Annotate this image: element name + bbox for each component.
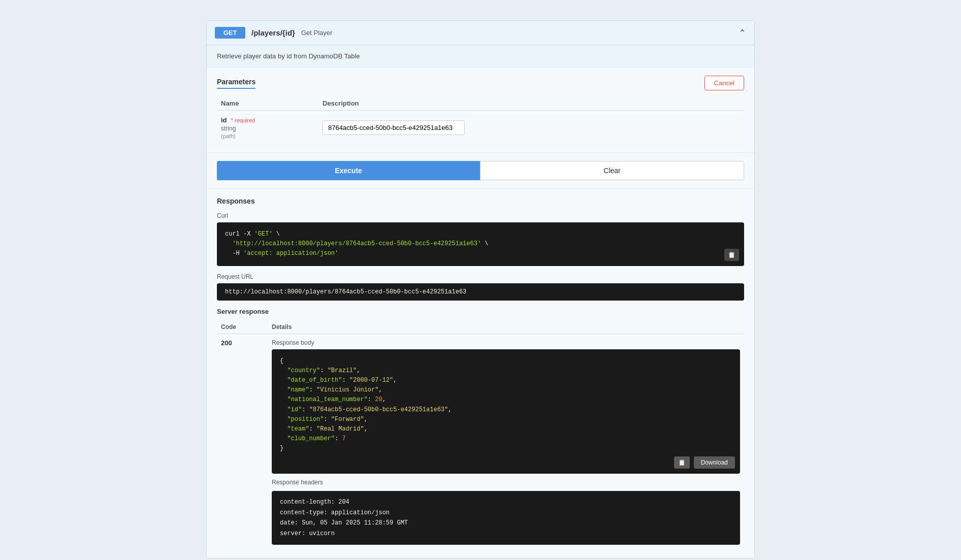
curl-copy-button[interactable]: 📋 bbox=[724, 249, 739, 261]
response-code-cell: 200 bbox=[217, 334, 268, 550]
param-name-cell: id * required string (path) bbox=[217, 111, 318, 145]
action-buttons: Execute Clear bbox=[207, 153, 754, 189]
server-response-section: Server response Code Details 200 Respons… bbox=[217, 308, 744, 550]
responses-section: Responses Curl curl -X 'GET' \ 'http://l… bbox=[207, 189, 754, 558]
curl-code-block: curl -X 'GET' \ 'http://localhost:8000/p… bbox=[217, 222, 744, 266]
parameters-title: Parameters bbox=[217, 78, 255, 89]
request-url-block: Request URL http://localhost:8000/player… bbox=[217, 273, 744, 301]
execute-button[interactable]: Execute bbox=[217, 161, 480, 180]
response-headers-label: Response headers bbox=[272, 479, 740, 486]
code-col-header: Code bbox=[217, 320, 268, 334]
response-table: Code Details 200 Response body bbox=[217, 320, 744, 550]
endpoint-description: Retrieve player data by id from DynamoDB… bbox=[207, 45, 754, 68]
response-body-label: Response body bbox=[272, 339, 740, 346]
col-name-header: Name bbox=[217, 96, 318, 111]
param-type-label: string bbox=[221, 125, 314, 132]
swagger-ui: GET /players/{id} Get Player ⌃ Retrieve … bbox=[206, 20, 755, 558]
endpoint-summary: Get Player bbox=[301, 29, 332, 37]
response-code-value: 200 bbox=[221, 339, 232, 347]
clear-button[interactable]: Clear bbox=[480, 161, 744, 180]
response-copy-button[interactable]: 📋 bbox=[674, 456, 690, 469]
response-details-cell: Response body { "country": "Brazil", "da… bbox=[268, 334, 744, 550]
header-content-length: content-length: 204 bbox=[280, 499, 349, 506]
curl-block: Curl curl -X 'GET' \ 'http://localhost:8… bbox=[217, 212, 744, 266]
request-url-value: http://localhost:8000/players/8764acb5-c… bbox=[217, 283, 744, 301]
parameters-table: Name Description id * required string (p… bbox=[217, 96, 744, 144]
param-id-label: id bbox=[221, 116, 227, 124]
response-body-block: { "country": "Brazil", "date_of_birth": … bbox=[272, 349, 740, 474]
response-body-wrapper: { "country": "Brazil", "date_of_birth": … bbox=[272, 349, 740, 474]
responses-title: Responses bbox=[217, 197, 744, 205]
param-location-label: (path) bbox=[221, 133, 314, 139]
request-url-label: Request URL bbox=[217, 273, 744, 280]
curl-code-wrapper: curl -X 'GET' \ 'http://localhost:8000/p… bbox=[217, 222, 744, 266]
header-date: date: Sun, 05 Jan 2025 11:28:59 GMT bbox=[280, 519, 408, 526]
parameters-section: Parameters Cancel Name Description id * … bbox=[207, 68, 754, 153]
collapse-button[interactable]: ⌃ bbox=[739, 27, 746, 39]
response-headers-section: Response headers content-length: 204 con… bbox=[272, 479, 740, 545]
parameters-header: Parameters Cancel bbox=[217, 76, 744, 90]
endpoint-path: /players/{id} bbox=[251, 28, 295, 37]
col-description-header: Description bbox=[318, 96, 744, 111]
param-id-input[interactable] bbox=[323, 120, 465, 135]
table-row: id * required string (path) bbox=[217, 111, 744, 145]
curl-label: Curl bbox=[217, 212, 744, 219]
required-badge: * required bbox=[231, 117, 255, 123]
endpoint-header: GET /players/{id} Get Player ⌃ bbox=[207, 21, 754, 45]
download-actions: 📋 Download bbox=[674, 456, 735, 469]
cancel-button[interactable]: Cancel bbox=[704, 76, 744, 90]
response-headers-block: content-length: 204 content-type: applic… bbox=[272, 491, 740, 545]
details-col-header: Details bbox=[268, 320, 744, 334]
method-badge: GET bbox=[215, 27, 245, 39]
response-row: 200 Response body { "country": "Brazil",… bbox=[217, 334, 744, 550]
header-server: server: uvicorn bbox=[280, 530, 335, 537]
header-content-type: content-type: application/json bbox=[280, 509, 390, 516]
download-button[interactable]: Download bbox=[694, 456, 735, 469]
server-response-title: Server response bbox=[217, 308, 744, 315]
param-desc-cell bbox=[318, 111, 744, 145]
